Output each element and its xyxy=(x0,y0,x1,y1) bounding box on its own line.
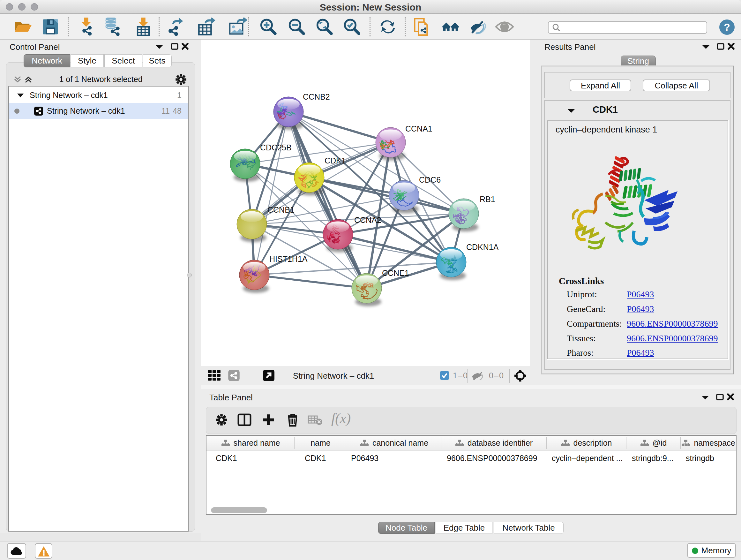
svg-text:CDKN1A: CDKN1A xyxy=(466,243,499,252)
svg-text:CCNB2: CCNB2 xyxy=(303,92,330,101)
svg-text:CCNA2: CCNA2 xyxy=(354,215,381,225)
svg-text:CCNA1: CCNA1 xyxy=(405,124,432,133)
svg-text:CCNE1: CCNE1 xyxy=(382,268,409,277)
svg-text:CCNB1: CCNB1 xyxy=(267,205,294,214)
svg-text:RB1: RB1 xyxy=(480,195,495,204)
svg-text:HIST1H1A: HIST1H1A xyxy=(269,254,308,263)
svg-text:CDC6: CDC6 xyxy=(419,175,441,184)
svg-text:?: ? xyxy=(724,21,730,33)
svg-text:CDK1: CDK1 xyxy=(325,156,346,165)
svg-text:CDC25B: CDC25B xyxy=(260,143,292,152)
